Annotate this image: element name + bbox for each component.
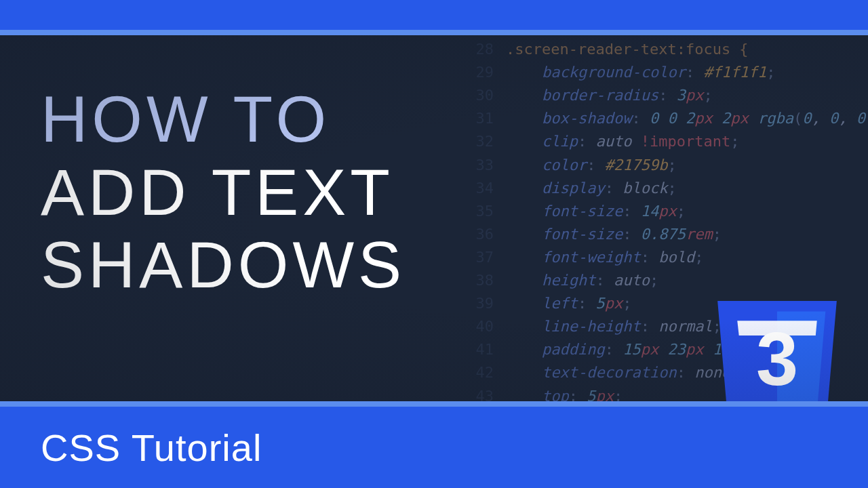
center-panel: HOW TO ADD TEXT SHADOWS 27.screen-reader…	[0, 30, 868, 407]
thumbnail-stage: HOW TO ADD TEXT SHADOWS 27.screen-reader…	[0, 0, 868, 488]
top-bar	[0, 0, 868, 30]
footer-label: CSS Tutorial	[41, 426, 262, 470]
css3-shield-icon: 3	[716, 301, 838, 407]
headline: HOW TO ADD TEXT SHADOWS	[41, 83, 406, 302]
headline-line-2: ADD TEXT	[41, 156, 406, 229]
svg-marker-2	[737, 321, 816, 336]
headline-line-1: HOW TO	[41, 83, 406, 156]
footer-bar: CSS Tutorial	[0, 407, 868, 488]
headline-line-3: SHADOWS	[41, 228, 406, 302]
